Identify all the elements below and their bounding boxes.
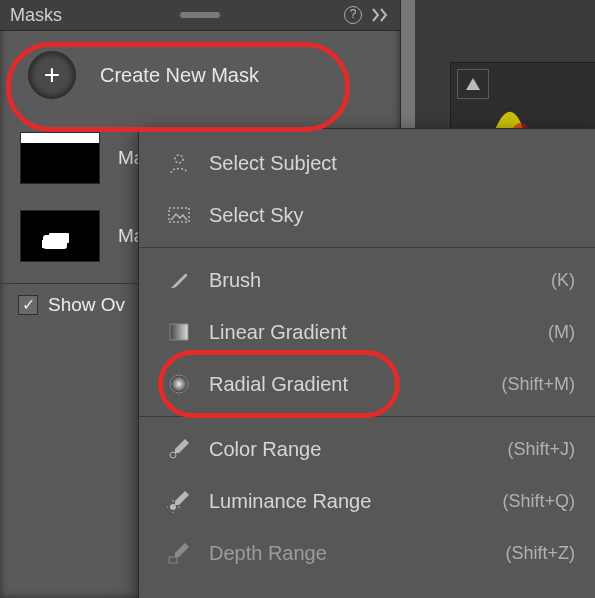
help-icon[interactable]: ?	[344, 6, 362, 24]
menu-shortcut: (Shift+Z)	[505, 543, 575, 564]
collapse-icon[interactable]	[372, 8, 390, 22]
show-overlay-checkbox[interactable]: ✓	[18, 295, 38, 315]
svg-point-4	[170, 452, 176, 458]
triangle-icon	[466, 78, 480, 90]
menu-item-select-sky[interactable]: Select Sky	[139, 189, 595, 241]
mask-thumbnail	[20, 210, 100, 262]
menu-item-color-range[interactable]: Color Range (Shift+J)	[139, 423, 595, 475]
radial-gradient-icon	[165, 370, 193, 398]
mask-thumbnail	[20, 132, 100, 184]
menu-item-brush[interactable]: Brush (K)	[139, 254, 595, 306]
create-new-mask-row[interactable]: + Create New Mask	[0, 31, 400, 119]
brush-icon	[165, 266, 193, 294]
menu-divider	[139, 416, 595, 417]
create-mask-menu: Select Subject Select Sky Brush (K) Line…	[138, 128, 595, 598]
panel-header: Masks ?	[0, 0, 400, 31]
show-overlay-label: Show Ov	[48, 294, 125, 316]
svg-point-0	[175, 155, 183, 163]
panel-title: Masks	[10, 5, 62, 26]
menu-item-label: Depth Range	[209, 542, 489, 565]
menu-item-select-subject[interactable]: Select Subject	[139, 137, 595, 189]
plus-icon: +	[44, 61, 60, 89]
eyedropper-depth-icon	[165, 539, 193, 567]
menu-item-label: Select Subject	[209, 152, 575, 175]
linear-gradient-icon	[165, 318, 193, 346]
menu-shortcut: (Shift+J)	[507, 439, 575, 460]
menu-shortcut: (Shift+Q)	[502, 491, 575, 512]
menu-shortcut: (M)	[548, 322, 575, 343]
menu-item-label: Linear Gradient	[209, 321, 532, 344]
menu-item-label: Color Range	[209, 438, 491, 461]
eyedropper-color-icon	[165, 435, 193, 463]
svg-rect-2	[170, 324, 188, 340]
menu-item-label: Luminance Range	[209, 490, 486, 513]
menu-shortcut: (Shift+M)	[501, 374, 575, 395]
person-icon	[165, 149, 193, 177]
create-new-mask-button[interactable]: +	[28, 51, 76, 99]
create-new-mask-label: Create New Mask	[100, 64, 259, 87]
menu-item-label: Radial Gradient	[209, 373, 485, 396]
menu-shortcut: (K)	[551, 270, 575, 291]
menu-item-radial-gradient[interactable]: Radial Gradient (Shift+M)	[139, 358, 595, 410]
menu-item-label: Select Sky	[209, 204, 575, 227]
shadow-clip-indicator[interactable]	[457, 69, 489, 99]
menu-item-luminance-range[interactable]: Luminance Range (Shift+Q)	[139, 475, 595, 527]
svg-point-3	[170, 375, 188, 393]
photo-icon	[165, 201, 193, 229]
panel-drag-handle[interactable]	[180, 12, 220, 18]
menu-item-label: Brush	[209, 269, 535, 292]
menu-divider	[139, 247, 595, 248]
eyedropper-luminance-icon	[165, 487, 193, 515]
svg-point-5	[170, 504, 176, 510]
svg-rect-10	[169, 557, 177, 563]
menu-item-depth-range: Depth Range (Shift+Z)	[139, 527, 595, 579]
menu-item-linear-gradient[interactable]: Linear Gradient (M)	[139, 306, 595, 358]
